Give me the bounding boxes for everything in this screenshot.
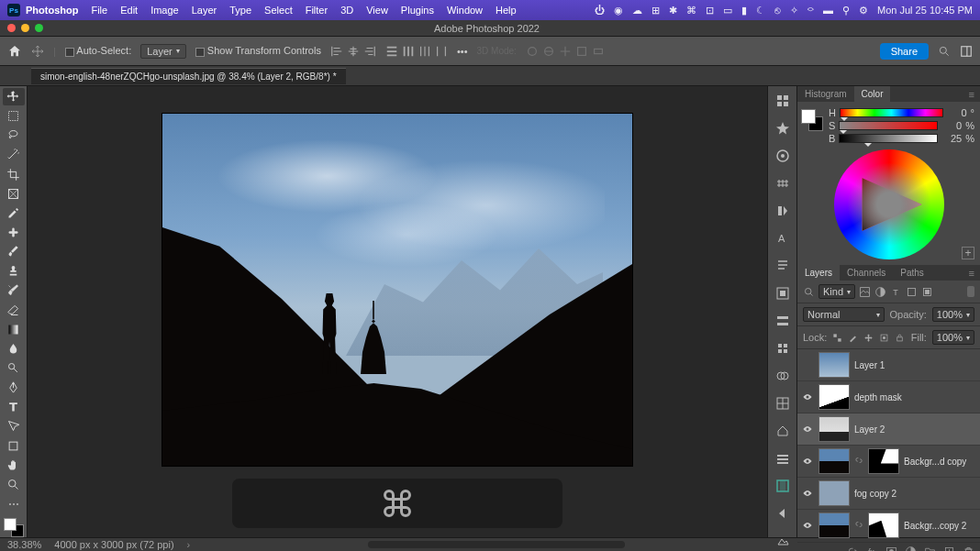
menu-3d[interactable]: 3D: [340, 5, 353, 16]
visibility-toggle[interactable]: [801, 391, 814, 402]
layer-row[interactable]: Layer 2: [797, 413, 980, 446]
dock-icon[interactable]: [774, 94, 791, 108]
dock-icon[interactable]: [774, 149, 791, 163]
auto-select-target[interactable]: Layer ▾: [140, 44, 186, 59]
layer-thumbnail[interactable]: [819, 352, 850, 378]
layer-name[interactable]: Backgr...d copy: [904, 457, 966, 467]
dist-icon[interactable]: [385, 45, 398, 58]
group-icon[interactable]: [924, 545, 936, 551]
workspace-icon[interactable]: [960, 45, 973, 58]
history-brush-tool[interactable]: [3, 281, 25, 299]
layer-thumbnail[interactable]: [819, 512, 850, 538]
channels-tab[interactable]: Channels: [840, 265, 893, 281]
align-center-icon[interactable]: [347, 45, 360, 58]
auto-select-checkbox[interactable]: Auto-Select:: [65, 45, 131, 56]
dist-icon[interactable]: [435, 45, 448, 58]
layer-mask-icon[interactable]: [885, 545, 897, 551]
menu-help[interactable]: Help: [496, 5, 517, 16]
dock-icon[interactable]: A: [774, 231, 791, 246]
zoom-tool[interactable]: [3, 476, 25, 493]
lock-position-icon[interactable]: [863, 333, 874, 343]
fill-input[interactable]: 100%▾: [932, 330, 974, 345]
new-layer-icon[interactable]: [943, 545, 955, 551]
dodge-tool[interactable]: [3, 359, 25, 377]
menu-window[interactable]: Window: [447, 5, 483, 16]
doc-dims[interactable]: 4000 px x 3000 px (72 ppi): [54, 539, 173, 550]
link-layers-icon[interactable]: [847, 545, 859, 551]
dist-icon[interactable]: [418, 45, 431, 58]
visibility-toggle[interactable]: [801, 424, 814, 435]
edit-toolbar[interactable]: ⋯: [3, 495, 25, 512]
spotlight-icon[interactable]: ⚲: [842, 5, 850, 17]
path-tool[interactable]: [3, 417, 25, 435]
zoom-readout[interactable]: 38.38%: [7, 539, 41, 550]
align-left-icon[interactable]: [330, 45, 343, 58]
histogram-tab[interactable]: Histogram: [797, 86, 854, 102]
filter-type-icon[interactable]: T: [890, 286, 902, 298]
layers-tab[interactable]: Layers: [797, 265, 840, 281]
layer-name[interactable]: Backgr...copy 2: [904, 521, 966, 531]
add-swatch-icon[interactable]: +: [962, 247, 974, 259]
color-swatch[interactable]: [4, 518, 24, 537]
dock-icon[interactable]: [774, 451, 791, 466]
visibility-toggle[interactable]: [801, 488, 814, 499]
layer-name[interactable]: depth mask: [854, 392, 902, 402]
dock-icon[interactable]: [774, 121, 791, 136]
frame-tool[interactable]: [3, 185, 25, 203]
layer-thumbnail[interactable]: [819, 480, 850, 506]
paths-tab[interactable]: Paths: [893, 265, 931, 281]
document-tab[interactable]: simon-english-48nerZQCHgo-unsplash.jpg @…: [31, 68, 346, 84]
dock-icon[interactable]: [774, 314, 791, 328]
color-tab[interactable]: Color: [854, 86, 891, 102]
hue-slider[interactable]: [840, 108, 943, 117]
dock-icon[interactable]: [774, 396, 791, 411]
delete-layer-icon[interactable]: [963, 545, 974, 551]
scrollbar[interactable]: [368, 541, 625, 548]
eraser-tool[interactable]: [3, 302, 25, 319]
dock-icon[interactable]: [774, 341, 791, 356]
menu-view[interactable]: View: [366, 5, 388, 16]
shape-tool[interactable]: [3, 437, 25, 455]
layer-name[interactable]: fog copy 2: [854, 489, 896, 499]
menu-edit[interactable]: Edit: [120, 5, 138, 16]
layer-thumbnail[interactable]: [819, 384, 850, 410]
wand-tool[interactable]: [3, 146, 25, 163]
mask-thumbnail[interactable]: [868, 512, 899, 538]
menu-filter[interactable]: Filter: [306, 5, 328, 16]
gradient-tool[interactable]: [3, 321, 25, 338]
layer-row[interactable]: Backgr...copy 2: [797, 510, 980, 542]
menu-file[interactable]: File: [91, 5, 107, 16]
blur-tool[interactable]: [3, 340, 25, 358]
search-icon[interactable]: [938, 45, 951, 58]
layer-filter-kind[interactable]: Kind▾: [819, 284, 855, 299]
align-right-icon[interactable]: [363, 45, 376, 58]
brightness-slider[interactable]: [839, 134, 938, 143]
panel-menu-icon[interactable]: ≡: [963, 268, 980, 279]
saturation-slider[interactable]: [839, 121, 938, 130]
menu-select[interactable]: Select: [264, 5, 293, 16]
lock-transparent-icon[interactable]: [832, 333, 842, 343]
menu-type[interactable]: Type: [229, 5, 251, 16]
more-icon[interactable]: •••: [457, 46, 468, 57]
layer-row[interactable]: depth mask: [797, 381, 980, 413]
brush-tool[interactable]: [3, 243, 25, 260]
color-wheel[interactable]: [834, 149, 944, 259]
layer-row[interactable]: fog copy 2: [797, 478, 980, 510]
show-transform-checkbox[interactable]: Show Transform Controls: [195, 45, 321, 56]
type-tool[interactable]: [3, 398, 25, 415]
move-tool[interactable]: [3, 88, 25, 105]
panel-menu-icon[interactable]: ≡: [963, 89, 980, 100]
opacity-input[interactable]: 100%▾: [932, 307, 974, 322]
menu-layer[interactable]: Layer: [192, 5, 217, 16]
layer-name[interactable]: Layer 1: [854, 360, 885, 370]
lasso-tool[interactable]: [3, 127, 25, 144]
filter-smart-icon[interactable]: [921, 286, 933, 298]
marquee-tool[interactable]: [3, 107, 25, 125]
eyedropper-tool[interactable]: [3, 204, 25, 222]
pen-tool[interactable]: [3, 379, 25, 396]
visibility-toggle[interactable]: [801, 456, 814, 467]
chevron-right-icon[interactable]: ›: [187, 539, 191, 550]
dock-icon[interactable]: [774, 176, 791, 191]
dock-icon[interactable]: [774, 424, 791, 438]
mask-thumbnail[interactable]: [868, 448, 899, 474]
